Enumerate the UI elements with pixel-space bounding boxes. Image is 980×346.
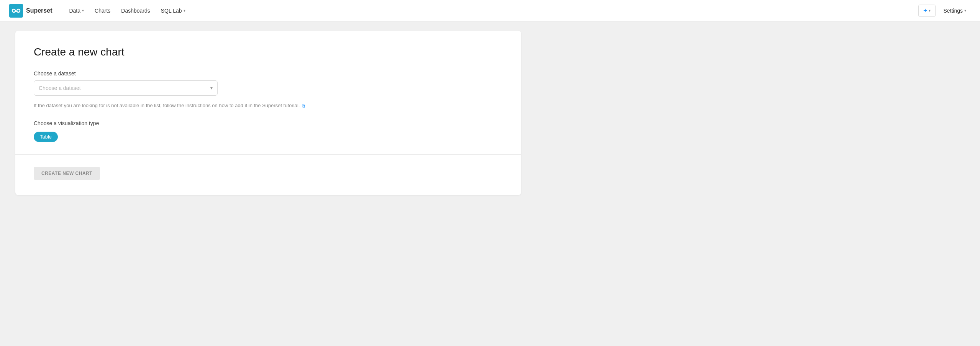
plus-button[interactable]: + ▾ [918, 5, 936, 17]
nav-data-label: Data [69, 8, 80, 14]
main-content: Create a new chart Choose a dataset Choo… [0, 21, 536, 204]
settings-chevron-icon: ▾ [964, 8, 966, 13]
nav-item-data[interactable]: Data ▾ [64, 5, 88, 17]
dataset-select-chevron-icon: ▾ [210, 85, 213, 91]
navbar: Superset Data ▾ Charts Dashboards SQL La… [0, 0, 980, 21]
dataset-hint-text: If the dataset you are looking for is no… [34, 102, 310, 109]
dataset-select-dropdown[interactable]: Choose a dataset ▾ [34, 80, 218, 96]
card-divider [15, 154, 521, 155]
settings-button[interactable]: Settings ▾ [939, 5, 971, 16]
nav-item-charts[interactable]: Charts [90, 5, 115, 17]
plus-icon: + [923, 7, 928, 14]
navbar-right: + ▾ Settings ▾ [918, 5, 971, 17]
nav-sqllab-chevron-icon: ▾ [184, 8, 185, 13]
brand-logo-icon [9, 4, 23, 18]
nav-dashboards-label: Dashboards [121, 8, 150, 14]
dataset-select-placeholder: Choose a dataset [39, 85, 81, 91]
page-title: Create a new chart [34, 46, 503, 58]
nav-charts-label: Charts [95, 8, 110, 14]
brand-name-text: Superset [26, 7, 52, 14]
nav-sqllab-label: SQL Lab [161, 8, 182, 14]
create-chart-card: Create a new chart Choose a dataset Choo… [15, 31, 521, 195]
nav-links: Data ▾ Charts Dashboards SQL Lab ▾ [64, 5, 918, 17]
create-chart-button[interactable]: CREATE NEW CHART [34, 167, 100, 180]
dataset-section-label: Choose a dataset [34, 70, 503, 77]
selected-viz-badge[interactable]: Table [34, 132, 58, 142]
selected-viz-label: Table [40, 134, 52, 140]
svg-rect-0 [9, 4, 23, 18]
plus-chevron-icon: ▾ [929, 9, 931, 13]
external-link-icon: ⧉ [302, 103, 305, 109]
settings-label: Settings [943, 8, 963, 14]
brand-logo-link[interactable]: Superset [9, 4, 52, 18]
nav-data-chevron-icon: ▾ [82, 8, 84, 13]
nav-item-dashboards[interactable]: Dashboards [116, 5, 155, 17]
nav-item-sqllab[interactable]: SQL Lab ▾ [156, 5, 190, 17]
viz-section-label: Choose a visualization type [34, 120, 503, 126]
